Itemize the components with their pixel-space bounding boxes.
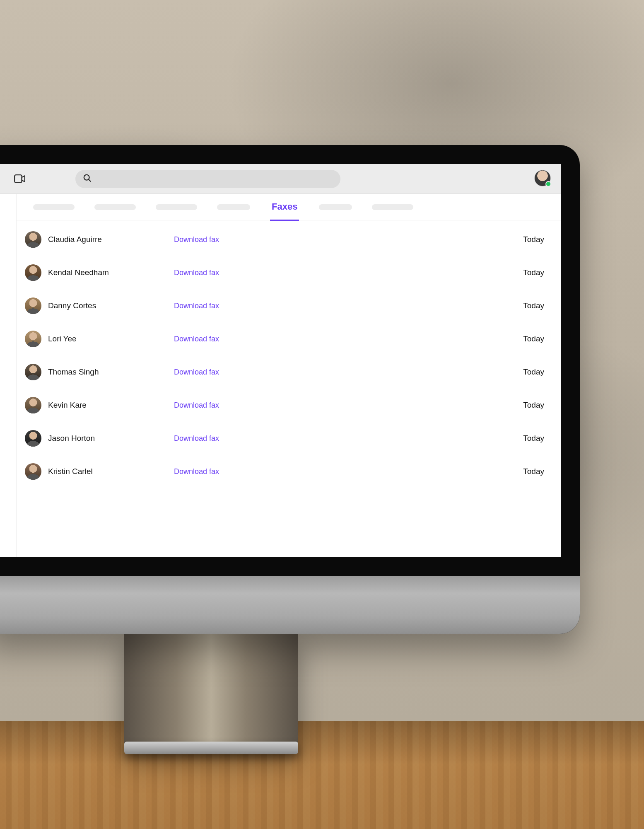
sender-avatar — [25, 430, 41, 447]
monitor-chin — [0, 576, 580, 634]
tab-placeholder[interactable] — [156, 204, 197, 210]
monitor-stand-neck — [124, 634, 298, 750]
fax-row[interactable]: Kristin Carlel Download fax Today — [17, 455, 561, 488]
svg-line-2 — [89, 179, 91, 181]
sender-name: Lori Yee — [48, 334, 77, 343]
fax-sender: Kendal Needham — [25, 264, 174, 281]
svg-rect-0 — [14, 175, 22, 183]
fax-time: Today — [482, 334, 548, 343]
fax-time: Today — [482, 401, 548, 410]
sender-name: Jason Horton — [48, 434, 95, 443]
search-field[interactable] — [75, 170, 340, 188]
download-fax-link[interactable]: Download fax — [174, 368, 482, 377]
sender-avatar — [25, 397, 41, 413]
video-icon[interactable] — [14, 174, 26, 184]
download-fax-link[interactable]: Download fax — [174, 335, 482, 343]
sender-name: Thomas Singh — [48, 367, 99, 377]
fax-row[interactable]: Kevin Kare Download fax Today — [17, 389, 561, 422]
fax-row[interactable]: Kendal Needham Download fax Today — [17, 256, 561, 289]
sender-name: Kendal Needham — [48, 268, 109, 277]
fax-time: Today — [482, 434, 548, 443]
desk-surface — [0, 721, 644, 829]
search-icon — [83, 174, 92, 184]
fax-row[interactable]: Thomas Singh Download fax Today — [17, 355, 561, 389]
monitor-frame: Faxes Claudia Aguirre Download fax Today — [0, 145, 580, 634]
monitor-stand-foot — [124, 742, 298, 754]
download-fax-link[interactable]: Download fax — [174, 401, 482, 410]
fax-sender: Claudia Aguirre — [25, 231, 174, 248]
download-fax-link[interactable]: Download fax — [174, 434, 482, 443]
app-header — [0, 164, 561, 194]
presence-indicator-online — [545, 181, 551, 187]
fax-time: Today — [482, 467, 548, 476]
fax-sender: Lori Yee — [25, 331, 174, 347]
tab-faxes[interactable]: Faxes — [270, 194, 299, 221]
fax-row[interactable]: Lori Yee Download fax Today — [17, 322, 561, 355]
tabs-row: Faxes — [17, 194, 561, 220]
fax-sender: Jason Horton — [25, 430, 174, 447]
app-screen: Faxes Claudia Aguirre Download fax Today — [0, 164, 561, 557]
sender-avatar — [25, 297, 41, 314]
fax-sender: Danny Cortes — [25, 297, 174, 314]
sender-name: Claudia Aguirre — [48, 235, 102, 244]
fax-sender: Kevin Kare — [25, 397, 174, 413]
sender-avatar — [25, 364, 41, 380]
fax-time: Today — [482, 367, 548, 377]
fax-sender: Thomas Singh — [25, 364, 174, 380]
tab-placeholder[interactable] — [33, 204, 75, 210]
app-body: Faxes Claudia Aguirre Download fax Today — [0, 194, 561, 557]
sender-avatar — [25, 331, 41, 347]
fax-row[interactable]: Danny Cortes Download fax Today — [17, 289, 561, 322]
sender-name: Kevin Kare — [48, 401, 87, 410]
download-fax-link[interactable]: Download fax — [174, 235, 482, 244]
fax-row[interactable]: Jason Horton Download fax Today — [17, 422, 561, 455]
sender-avatar — [25, 231, 41, 248]
search-input[interactable] — [96, 174, 333, 183]
download-fax-link[interactable]: Download fax — [174, 467, 482, 476]
content-pane: Faxes Claudia Aguirre Download fax Today — [17, 194, 561, 557]
left-nav-rail — [0, 194, 17, 557]
download-fax-link[interactable]: Download fax — [174, 268, 482, 277]
tab-placeholder[interactable] — [319, 204, 352, 210]
svg-point-1 — [84, 174, 89, 180]
download-fax-link[interactable]: Download fax — [174, 302, 482, 310]
fax-time: Today — [482, 268, 548, 277]
fax-sender: Kristin Carlel — [25, 463, 174, 480]
tab-placeholder[interactable] — [94, 204, 136, 210]
fax-list: Claudia Aguirre Download fax Today Kenda… — [17, 220, 561, 557]
sender-avatar — [25, 264, 41, 281]
sender-name: Danny Cortes — [48, 301, 96, 310]
sender-name: Kristin Carlel — [48, 467, 93, 476]
sender-avatar — [25, 463, 41, 480]
fax-time: Today — [482, 235, 548, 244]
tab-placeholder[interactable] — [217, 204, 250, 210]
tab-placeholder[interactable] — [372, 204, 413, 210]
current-user-avatar[interactable] — [534, 170, 551, 186]
fax-time: Today — [482, 301, 548, 310]
fax-row[interactable]: Claudia Aguirre Download fax Today — [17, 223, 561, 256]
